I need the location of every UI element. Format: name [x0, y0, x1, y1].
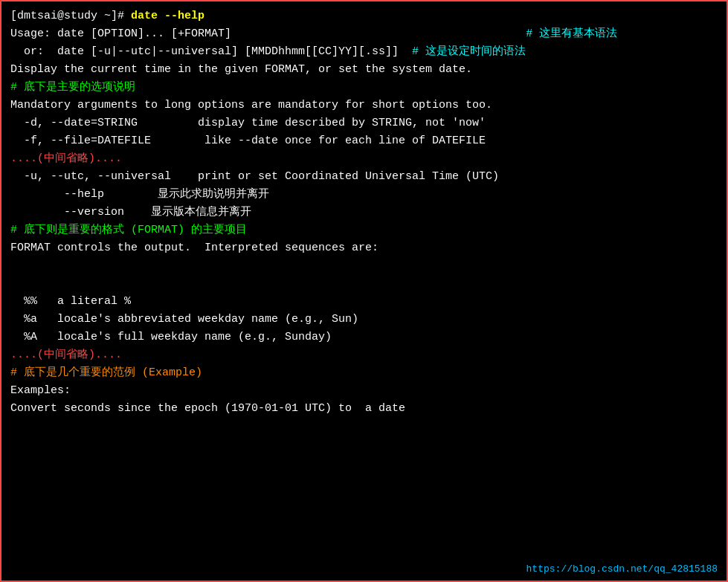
format-line: FORMAT controls the output. Interpreted …	[10, 239, 718, 257]
omit-2: ....(中间省略)....	[10, 346, 718, 364]
percent-A: %A locale's full weekday name (e.g., Sun…	[10, 329, 718, 346]
utc-option: -u, --utc, --universal print or set Coor…	[10, 168, 718, 186]
convert-line: Convert seconds since the epoch (1970-01…	[10, 400, 718, 418]
terminal-content: [dmtsai@study ~]# date --help Usage: dat…	[10, 7, 718, 418]
section-example: # 底下是几个重要的范例 (Example)	[10, 364, 718, 382]
comment-1: # 这里有基本语法	[526, 28, 617, 40]
date-option: -d, --date=STRING display time described…	[10, 114, 718, 132]
percent-percent: %% a literal %	[10, 293, 718, 311]
omit-1: ....(中间省略)....	[10, 150, 718, 168]
examples-label: Examples:	[10, 382, 718, 400]
usage-line: Usage: date [OPTION]... [+FORMAT] # 这里有基…	[10, 25, 718, 43]
section-format: # 底下则是重要的格式 (FORMAT) 的主要项目	[10, 222, 718, 239]
comment-2: # 这是设定时间的语法	[412, 45, 526, 58]
command: date --help	[131, 10, 204, 22]
file-option: -f, --file=DATEFILE like --date once for…	[10, 132, 718, 150]
command-line: [dmtsai@study ~]# date --help	[10, 7, 718, 25]
version-option: --version 显示版本信息并离开	[10, 204, 718, 222]
watermark: https://blog.csdn.net/qq_42815188	[526, 563, 718, 575]
help-option: --help 显示此求助说明并离开	[10, 186, 718, 204]
section-options: # 底下是主要的选项说明	[10, 79, 718, 97]
prompt: [dmtsai@study ~]#	[10, 10, 131, 22]
display-line: Display the current time in the given FO…	[10, 61, 718, 79]
percent-a: %a locale's abbreviated weekday name (e.…	[10, 311, 718, 329]
empty-1	[10, 257, 718, 275]
empty-2	[10, 275, 718, 293]
mandatory-line: Mandatory arguments to long options are …	[10, 97, 718, 114]
or-line: or: date [-u|--utc|--universal] [MMDDhhm…	[10, 43, 718, 61]
